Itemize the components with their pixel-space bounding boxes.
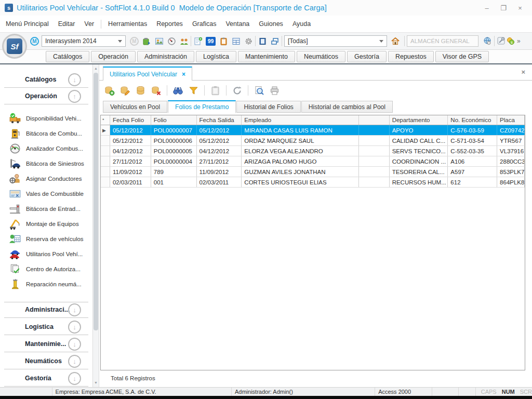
coins-icon[interactable]: $ [506,36,515,46]
chevron-down-icon[interactable]: ↓ [68,321,81,334]
picture-icon[interactable] [154,36,164,46]
cell-empleado[interactable]: ELORZA VEGA ALEJANDRO [242,146,358,156]
sidebar-item-reparacion-neumaticos[interactable]: Reparación neumá... [0,276,92,291]
toolbar-overflow-icon[interactable]: » [517,37,520,45]
archive-box-icon[interactable] [142,36,151,46]
cell-folio[interactable]: POL00000007 [151,125,197,135]
sidebar-section-mantenimiento[interactable]: Mantenimie... ↓ [0,337,92,352]
module-tab-neumaticos[interactable]: Neumáticos [297,51,345,62]
add-record-icon[interactable] [104,85,115,96]
chevron-down-icon[interactable]: ↓ [68,73,81,86]
print-icon[interactable] [269,85,280,96]
cell-departamento[interactable]: RECURSOS HUM... [390,177,448,187]
sidebar-section-neumaticos[interactable]: Neumáticos ↓ [0,354,92,369]
chevron-down-icon[interactable]: ↓ [68,355,81,368]
table-row[interactable]: 02/03/2011 001 02/03/2011 CORTES URIOSTE… [101,177,525,188]
menu-item-menu-principal[interactable]: Menú Principal [1,18,54,30]
tab-historial-de-folios[interactable]: Historial de Folios [236,101,300,113]
scroll-down-icon[interactable]: ▼ [93,379,99,386]
edit-record-icon[interactable] [119,85,130,96]
cell-empty[interactable] [359,167,390,177]
module-tab-mantenimiento[interactable]: Mantenimiento [238,51,295,62]
module-tab-operacion[interactable]: Operación [91,51,136,62]
cell-fecha-folio[interactable]: 11/09/2012 [110,167,151,177]
profile-combobox[interactable]: Interasystem 2014 [42,35,126,47]
menu-item-ventana[interactable]: Ventana [221,18,254,30]
report-table-icon[interactable] [231,36,241,46]
home-icon[interactable] [391,36,400,46]
gear-icon[interactable] [244,36,253,46]
badge-99-icon[interactable]: 99 [206,37,216,46]
table-row[interactable]: ▶ 05/12/2012 POL00000007 05/12/2012 MIRA… [101,125,525,136]
sidebar-item-analizador[interactable]: Analizador Combus... [0,141,92,156]
tab-vehiculos-en-pool[interactable]: Vehículos en Pool [103,101,167,113]
chevron-down-icon[interactable] [118,40,122,43]
column-header-placa[interactable]: Placa [497,115,525,125]
close-icon[interactable]: × [515,4,525,12]
sidebar-section-administracion[interactable]: Administraci... ↓ [0,303,92,317]
cell-folio[interactable]: 789 [151,167,197,177]
cell-no-economico[interactable]: C-571-03-54 [448,136,497,145]
sidebar-section-logistica[interactable]: Logistica ↓ [0,320,92,335]
sidebar-item-vales-combustible[interactable]: Vales de Combustible [0,186,92,201]
m-profile-icon[interactable]: M [30,37,39,46]
clipboard-icon[interactable] [219,36,228,46]
cell-folio[interactable]: POL00000006 [151,136,197,145]
cell-folio[interactable]: POL00000004 [151,156,197,166]
panel-close-icon[interactable]: × [521,68,525,76]
scrollbar-thumb[interactable] [94,73,98,330]
print-preview-icon[interactable] [254,85,264,96]
sidebar-section-gestoria[interactable]: Gestoría ↓ [0,371,92,386]
column-header-empty[interactable] [359,115,390,125]
cell-empty[interactable] [359,136,390,145]
sidebar-item-bitacora-entrada[interactable]: Bitácora de Entrad... [0,201,92,216]
cell-empty[interactable] [359,125,390,135]
scroll-up-icon[interactable]: ▲ [93,65,99,72]
table-row[interactable]: 11/09/2012 789 11/09/2012 GUZMAN AVILES … [101,167,525,177]
cell-no-economico[interactable]: A106 [448,156,497,166]
sidebar-item-montaje-equipos[interactable]: Montaje de Equipos [0,216,92,231]
column-header-folio[interactable]: Folio [151,115,197,125]
sidebar-item-utilitarios-pool[interactable]: Utilitarios Pool Vehí... [0,246,92,261]
window-layout-icon[interactable] [270,36,280,46]
menu-item-herramientas[interactable]: Herramientas [103,18,152,30]
chevron-down-icon[interactable]: ↓ [68,372,81,385]
sidebar-item-asignar-conductores[interactable]: Asignar Conductores [0,171,92,186]
sidebar-item-disponibilidad[interactable]: Disponibilidad Vehi... [0,111,92,126]
menu-item-ayuda[interactable]: Ayuda [288,18,315,30]
cell-departamento[interactable]: TESORERIA CAL... [390,167,448,177]
column-header-no-economico[interactable]: No. Económico [448,115,497,125]
cell-departamento[interactable]: CALIDAD CALL C... [390,136,448,145]
new-document-icon[interactable] [193,36,203,46]
refresh-icon[interactable] [232,85,243,96]
cell-placa[interactable]: 853PLK7 [497,167,525,177]
cell-fecha-salida[interactable]: 27/11/2012 [197,156,242,166]
wrench-search-icon[interactable] [497,36,506,46]
column-header-fecha-folio[interactable]: Fecha Folio [110,115,151,125]
folios-grid[interactable]: * Fecha Folio Folio Fecha Salida Emplead… [100,115,525,370]
binoculars-search-icon[interactable] [172,85,183,96]
gauge-icon[interactable] [167,36,176,46]
warehouse-input[interactable]: ALMACÉN GENERAL [407,35,478,47]
module-tab-logistica[interactable]: Logística [196,51,236,62]
module-tab-visor-gps[interactable]: Visor de GPS [435,51,489,62]
sidebar-item-reserva-vehiculos[interactable]: Reserva de vehículos [0,231,92,246]
cell-no-economico[interactable]: 612 [448,177,497,187]
column-header-empleado[interactable]: Empleado [242,115,358,125]
cell-fecha-salida[interactable]: 11/09/2012 [197,167,242,177]
cell-fecha-salida[interactable]: 05/12/2012 [197,125,242,135]
sidebar-item-siniestros[interactable]: Bitácora de Siniestros [0,156,92,171]
cell-folio[interactable]: POL00000005 [151,146,197,156]
cell-fecha-salida[interactable]: 02/03/2011 [197,177,242,187]
column-header-departamento[interactable]: Departamento [390,115,448,125]
cell-fecha-folio[interactable]: 27/11/2012 [110,156,151,166]
cell-no-economico[interactable]: C-552-03-35 [448,146,497,156]
tab-close-icon[interactable]: × [182,71,185,78]
menu-item-guiones[interactable]: Guiones [254,18,288,30]
module-tab-gestoria[interactable]: Gestoría [347,51,387,62]
cell-placa[interactable]: VL37916 [497,146,525,156]
cell-placa[interactable]: YTR567 [497,136,525,145]
cell-fecha-folio[interactable]: 02/03/2011 [110,177,151,187]
chevron-down-icon[interactable] [379,40,383,43]
sidebar-scrollbar[interactable]: ▲ ▼ [92,64,99,387]
